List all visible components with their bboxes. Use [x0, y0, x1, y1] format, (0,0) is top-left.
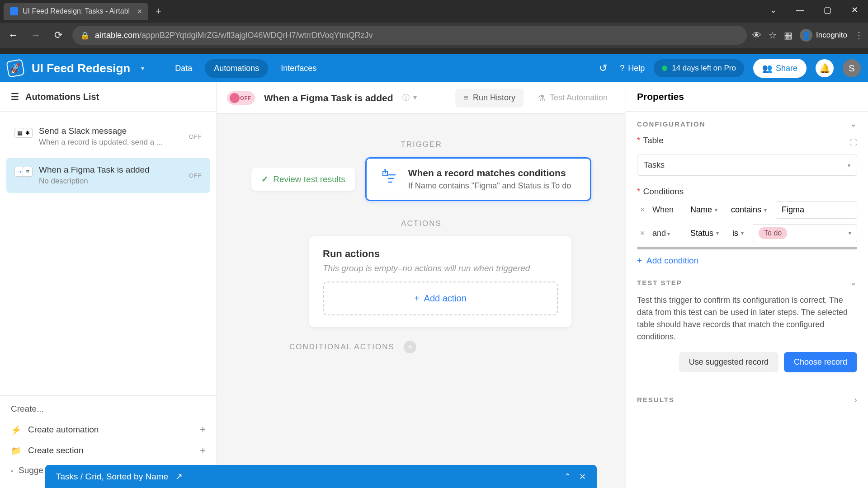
- chevron-right-icon: ›: [854, 394, 857, 405]
- chevron-down-icon[interactable]: ⌄: [850, 120, 857, 128]
- open-icon[interactable]: ↗: [175, 471, 183, 482]
- chevron-up-icon[interactable]: ⌃: [564, 472, 571, 482]
- automation-item-title: Send a Slack message: [39, 126, 183, 136]
- trigger-card[interactable]: When a record matches conditions If Name…: [365, 157, 591, 201]
- condition-value-select[interactable]: To do ▾: [753, 224, 857, 242]
- automations-sidebar: ☰ Automations List ▦ ✱ Send a Slack mess…: [0, 82, 217, 488]
- results-section[interactable]: RESULTS ›: [637, 388, 857, 411]
- chevron-down-icon: ▾: [848, 162, 850, 169]
- star-icon[interactable]: ☆: [769, 30, 777, 41]
- automation-item-figma[interactable]: ⇢ ≡ When a Figma Task is added No descri…: [6, 158, 210, 193]
- app-title[interactable]: UI Feed Redesign: [32, 61, 130, 75]
- hamburger-icon[interactable]: ☰: [11, 91, 19, 102]
- share-button[interactable]: 👥 Share: [753, 59, 807, 78]
- canvas-header: OFF When a Figma Task is added ⓘ ▾ ≡ Run…: [217, 82, 626, 114]
- tab-interfaces[interactable]: Interfaces: [272, 59, 326, 78]
- automation-title[interactable]: When a Figma Task is added: [264, 93, 393, 103]
- address-bar-icons: 👁 ☆ ▦ 👤 Incognito ⋮: [752, 29, 863, 42]
- review-test-results-chip[interactable]: ✓ Review test results: [251, 168, 355, 191]
- status-pill: To do: [759, 227, 787, 239]
- help-icon: ?: [620, 64, 624, 73]
- configuration-section: CONFIGURATION ⌄: [637, 120, 857, 128]
- app-logo-icon[interactable]: 🚀: [6, 59, 25, 78]
- reload-button[interactable]: ⟳: [50, 27, 67, 44]
- browser-chrome: UI Feed Redesign: Tasks - Airtabl × + ⌄ …: [0, 0, 868, 54]
- flask-icon: ⚗: [538, 93, 545, 103]
- condition-operator-select[interactable]: contains▾: [726, 202, 771, 217]
- automation-toggle[interactable]: OFF: [227, 91, 255, 105]
- svg-point-2: [384, 169, 386, 171]
- menu-icon[interactable]: ⋮: [854, 30, 863, 41]
- tab-favicon-icon: [10, 7, 18, 15]
- trial-badge[interactable]: 14 days left on Pro: [654, 59, 744, 77]
- use-suggested-record-button[interactable]: Use suggested record: [679, 352, 778, 372]
- tab-data[interactable]: Data: [166, 59, 201, 78]
- new-tab-button[interactable]: +: [150, 5, 167, 17]
- plus-icon: +: [414, 293, 420, 304]
- tab-bar: UI Feed Redesign: Tasks - Airtabl × + ⌄ …: [0, 0, 868, 23]
- properties-header: Properties: [626, 82, 868, 112]
- plus-icon: +: [637, 256, 642, 266]
- lock-icon: 🔒: [80, 31, 90, 40]
- review-results-label: Review test results: [273, 174, 345, 184]
- table-select[interactable]: Tasks ▾: [637, 155, 857, 176]
- condition-field-select[interactable]: Status▾: [686, 226, 723, 241]
- chevron-down-icon[interactable]: ⌄: [850, 278, 857, 287]
- table-select-value: Tasks: [644, 160, 665, 170]
- minimize-button[interactable]: ―: [787, 0, 814, 20]
- url-text: airtable.com/appnB2PYqtdgiMrZG/wfl3ajglO…: [95, 31, 373, 40]
- choose-record-button[interactable]: Choose record: [784, 352, 857, 372]
- add-action-button[interactable]: + Add action: [323, 282, 558, 315]
- create-automation-button[interactable]: ⚡ Create automation +: [11, 419, 206, 440]
- condition-value-input[interactable]: [776, 201, 857, 219]
- bolt-icon: ⚡: [11, 425, 22, 435]
- configuration-label: CONFIGURATION: [637, 120, 706, 128]
- history-icon[interactable]: ↺: [595, 61, 611, 76]
- eye-off-icon[interactable]: 👁: [752, 30, 761, 41]
- test-automation-button[interactable]: ⚗ Test Automation: [530, 89, 616, 108]
- automation-list: ▦ ✱ Send a Slack message When a record i…: [0, 112, 217, 395]
- list-icon: ≡: [463, 93, 468, 103]
- extensions-icon[interactable]: ▦: [784, 30, 793, 41]
- chevron-down-icon[interactable]: ▾: [413, 93, 417, 103]
- automation-item-slack[interactable]: ▦ ✱ Send a Slack message When a record i…: [6, 119, 210, 154]
- status-dot-icon: [662, 66, 667, 71]
- help-link[interactable]: ? Help: [620, 64, 645, 73]
- chevron-down-icon[interactable]: ▾: [141, 65, 144, 72]
- add-condition-label: Add condition: [646, 256, 698, 266]
- add-conditional-action-button[interactable]: +: [404, 341, 416, 353]
- run-history-label: Run History: [473, 93, 515, 103]
- chevron-down-icon[interactable]: ⌄: [760, 0, 787, 20]
- conditions-divider: [637, 247, 857, 249]
- close-window-button[interactable]: ✕: [841, 0, 868, 20]
- back-button[interactable]: ←: [5, 27, 22, 44]
- incognito-icon: 👤: [800, 29, 812, 42]
- incognito-label: Incognito: [816, 31, 847, 40]
- run-history-button[interactable]: ≡ Run History: [455, 89, 524, 108]
- main-area: ☰ Automations List ▦ ✱ Send a Slack mess…: [0, 82, 868, 488]
- window-controls: ⌄ ― ▢ ✕: [760, 0, 868, 20]
- add-condition-button[interactable]: + Add condition: [637, 256, 857, 266]
- properties-body: CONFIGURATION ⌄ * Table ⛶ Tasks ▾ * Cond…: [626, 112, 868, 488]
- expand-icon[interactable]: ⛶: [850, 139, 857, 147]
- create-section-button[interactable]: 📁 Create section +: [11, 440, 206, 461]
- browser-tab[interactable]: UI Feed Redesign: Tasks - Airtabl ×: [4, 3, 148, 20]
- tab-automations[interactable]: Automations: [205, 59, 268, 78]
- filter-icon: [379, 168, 399, 188]
- condition-operator-select[interactable]: is▾: [728, 226, 748, 241]
- maximize-button[interactable]: ▢: [814, 0, 841, 20]
- info-icon[interactable]: ⓘ: [402, 93, 410, 103]
- condition-conjunction-select[interactable]: and: [652, 229, 681, 238]
- close-icon[interactable]: ✕: [579, 472, 586, 482]
- tab-close-icon[interactable]: ×: [137, 7, 142, 16]
- forward-button[interactable]: →: [27, 27, 44, 44]
- remove-condition-button[interactable]: ×: [637, 229, 648, 238]
- condition-field-select[interactable]: Name▾: [686, 202, 722, 217]
- url-field[interactable]: 🔒 airtable.com/appnB2PYqtdgiMrZG/wfl3ajg…: [72, 26, 747, 45]
- automation-status-badge: OFF: [189, 172, 202, 179]
- remove-condition-button[interactable]: ×: [637, 205, 648, 215]
- notifications-button[interactable]: 🔔: [816, 59, 834, 77]
- mode-tabs: Data Automations Interfaces: [166, 59, 326, 78]
- avatar[interactable]: S: [843, 59, 861, 77]
- chevron-down-icon: ▾: [849, 230, 851, 236]
